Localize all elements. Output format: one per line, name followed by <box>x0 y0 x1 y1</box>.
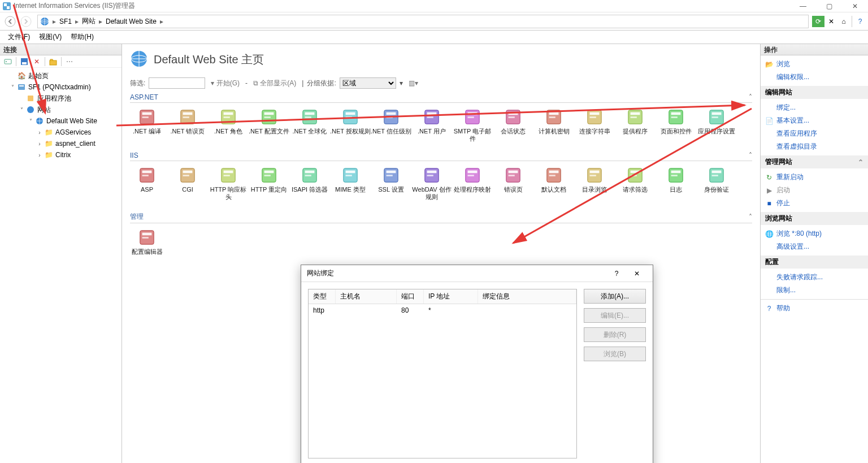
app-item[interactable]: SMTP 电子邮件 <box>452 107 493 142</box>
col-ip[interactable]: IP 地址 <box>424 289 478 304</box>
tree-start-page[interactable]: 🏠起始页 <box>0 70 121 81</box>
help-button[interactable]: ? <box>854 16 866 27</box>
tree-default-web-site[interactable]: ˅Default Web Site <box>0 115 121 127</box>
action-limits[interactable]: 限制... <box>761 284 868 297</box>
app-item[interactable]: MIME 类型 <box>330 166 371 201</box>
minimize-button[interactable]: — <box>790 0 816 12</box>
tree-app-pools[interactable]: 应用程序池 <box>0 93 121 104</box>
dialog-titlebar: 网站绑定 ? ✕ <box>301 265 653 282</box>
action-view-vdirs[interactable]: 查看虚拟目录 <box>761 140 868 153</box>
action-browse-80[interactable]: 🌐浏览 *:80 (http) <box>761 227 868 240</box>
app-item[interactable]: 日志 <box>656 166 696 201</box>
app-item[interactable]: .NET 信任级别 <box>371 107 411 142</box>
connect-icon[interactable] <box>2 57 14 67</box>
app-item[interactable]: 默认文档 <box>533 166 574 201</box>
menu-view[interactable]: 视图(V) <box>34 31 66 43</box>
app-item[interactable]: .NET 全球化 <box>289 107 330 142</box>
col-port[interactable]: 端口 <box>397 289 424 304</box>
filter-input[interactable] <box>149 77 205 89</box>
app-label: 处理程序映射 <box>454 186 491 193</box>
app-item[interactable]: 会话状态 <box>493 107 533 142</box>
breadcrumb-sites[interactable]: 网站 <box>79 16 99 26</box>
dialog-close-button[interactable]: ✕ <box>627 267 647 280</box>
svg-rect-98 <box>590 171 600 174</box>
action-advanced[interactable]: 高级设置... <box>761 240 868 253</box>
binding-row[interactable]: http 80 * <box>309 304 576 317</box>
refresh-split-button[interactable]: ⟳ <box>812 16 824 27</box>
action-explore[interactable]: 📂浏览 <box>761 58 868 71</box>
add-binding-button[interactable]: 添加(A)... <box>584 289 646 304</box>
action-bindings[interactable]: 绑定... <box>761 101 868 114</box>
home-button[interactable]: ⌂ <box>838 16 849 27</box>
app-item[interactable]: 处理程序映射 <box>452 166 493 201</box>
dialog-help-button[interactable]: ? <box>606 267 627 280</box>
page-heading-row: Default Web Site 主页 <box>122 44 760 75</box>
tree-server[interactable]: ˅SF1 (PQN\ctxadmin) <box>0 81 121 93</box>
action-basic-settings[interactable]: 📄基本设置... <box>761 114 868 127</box>
app-item[interactable]: ISAPI 筛选器 <box>289 166 330 201</box>
forward-button[interactable] <box>18 14 34 29</box>
app-item[interactable]: CGI <box>167 166 208 201</box>
app-item[interactable]: SSL 设置 <box>371 166 411 201</box>
groupby-select[interactable]: 区域 <box>340 77 396 89</box>
svg-rect-47 <box>509 112 518 115</box>
app-item[interactable]: 应用程序设置 <box>696 107 737 142</box>
app-item[interactable]: .NET 用户 <box>411 107 452 142</box>
app-item[interactable]: 目录浏览 <box>574 166 615 201</box>
breadcrumb[interactable]: ▸ SF1 ▸ 网站 ▸ Default Web Site ▸ <box>37 15 809 28</box>
view-mode-button[interactable]: ▥▾ <box>406 79 420 87</box>
action-stop[interactable]: ■停止 <box>761 197 868 210</box>
col-info[interactable]: 绑定信息 <box>478 289 576 304</box>
up-level-icon[interactable] <box>47 57 59 67</box>
close-button[interactable]: ✕ <box>842 0 868 12</box>
delete-icon[interactable]: ✕ <box>31 57 42 67</box>
app-item[interactable]: .NET 角色 <box>208 107 249 142</box>
group-iis[interactable]: IIS˄ <box>130 152 752 161</box>
action-edit-permissions[interactable]: 编辑权限... <box>761 71 868 84</box>
action-view-apps[interactable]: 查看应用程序 <box>761 127 868 140</box>
app-label: .NET 授权规则 <box>330 128 371 135</box>
save-icon[interactable] <box>19 57 30 67</box>
tree-agservices[interactable]: ›📁AGServices <box>0 127 121 138</box>
app-item[interactable]: .NET 错误页 <box>167 107 208 142</box>
col-host[interactable]: 主机名 <box>336 289 397 304</box>
app-item[interactable]: .NET 编译 <box>127 107 167 142</box>
app-item[interactable]: HTTP 重定向 <box>249 166 289 201</box>
app-item[interactable]: 页面和控件 <box>656 107 696 142</box>
maximize-button[interactable]: ▢ <box>816 0 842 12</box>
app-item[interactable]: .NET 授权规则 <box>330 107 371 142</box>
group-aspnet[interactable]: ASP.NET˄ <box>130 93 752 103</box>
tree-sites[interactable]: ˅网站 <box>0 104 121 115</box>
app-item[interactable]: HTTP 响应标头 <box>208 166 249 201</box>
app-item[interactable]: ASP <box>127 166 167 201</box>
action-failed-request-tracing[interactable]: 失败请求跟踪... <box>761 271 868 284</box>
back-button[interactable] <box>2 14 18 29</box>
group-mgmt[interactable]: 管理˄ <box>130 212 752 223</box>
menu-file[interactable]: 文件(F) <box>3 31 34 43</box>
tree-citrix[interactable]: ›📁Citrix <box>0 149 121 161</box>
app-item[interactable]: 配置编辑器 <box>127 228 167 256</box>
app-item[interactable]: 计算机密钥 <box>533 107 574 142</box>
action-help[interactable]: ?帮助 <box>761 302 868 315</box>
show-all-button[interactable]: ⧉ 全部显示(A) <box>251 79 298 88</box>
go-button[interactable]: ▾ 开始(G) <box>209 79 242 88</box>
tree-aspnet-client[interactable]: ›📁aspnet_client <box>0 138 121 149</box>
app-item[interactable]: 连接字符串 <box>574 107 615 142</box>
app-icon <box>259 166 279 185</box>
breadcrumb-site[interactable]: Default Web Site <box>102 18 160 25</box>
app-item[interactable]: 提供程序 <box>615 107 656 142</box>
breadcrumb-server[interactable]: SF1 <box>56 18 75 25</box>
app-item[interactable]: .NET 配置文件 <box>249 107 289 142</box>
app-item[interactable]: 请求筛选 <box>615 166 656 201</box>
col-type[interactable]: 类型 <box>309 289 336 304</box>
app-item[interactable]: 身份验证 <box>696 166 737 201</box>
refresh-icon[interactable]: ⋯ <box>64 57 75 67</box>
app-item[interactable]: 错误页 <box>493 166 533 201</box>
app-item[interactable]: WebDAV 创作规则 <box>411 166 452 201</box>
collapse-icon[interactable]: ⌃ <box>858 158 863 166</box>
stop-nav-button[interactable]: ✕ <box>826 16 837 27</box>
menu-help[interactable]: 帮助(H) <box>66 31 98 43</box>
bindings-list[interactable]: 类型 主机名 端口 IP 地址 绑定信息 http 80 * <box>308 289 577 458</box>
action-restart[interactable]: ↻重新启动 <box>761 171 868 184</box>
app-label: SSL 设置 <box>378 186 403 193</box>
